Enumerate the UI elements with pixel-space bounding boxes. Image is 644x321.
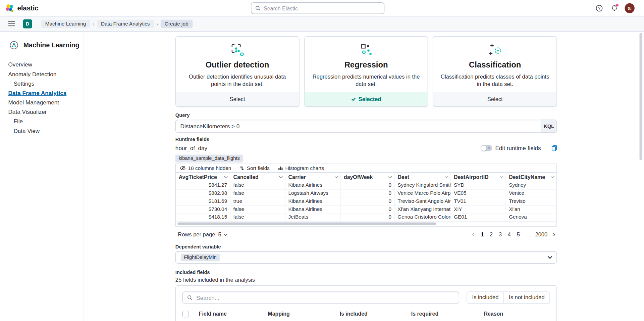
edit-runtime-fields-toggle[interactable]: ✕ [480,145,492,151]
rows-per-page-label: Rows per page: 5 [178,231,221,237]
switch-off-icon: ✕ [487,145,490,151]
previous-page-icon[interactable]: ‹ [471,231,476,237]
fields-search-input[interactable] [196,294,455,301]
breadcrumb-machine-learning[interactable]: Machine Learning [41,20,90,28]
table-row[interactable]: $841.27 false Kibana Airlines 0 Sydney K… [176,181,556,189]
regression-selected-button[interactable]: Selected [305,92,428,106]
table-row[interactable]: $882.98 false Logstash Airways 0 Venice … [176,189,556,197]
elastic-logo[interactable]: elastic [5,3,39,12]
grid-toolbar: 18 columns hidden Sort fields [176,164,556,173]
table-cell: Sydney Kingsford Smith I... [395,181,451,189]
column-header-avgticketprice[interactable]: AvgTicketPrice [176,173,230,181]
histogram-icon [278,166,283,171]
help-icon[interactable]: ? [594,3,604,13]
sort-chevron-icon [551,175,554,178]
sidebar-item-file[interactable]: File [0,119,83,125]
notification-dot [616,4,619,7]
notifications-bell-icon[interactable] [609,3,619,13]
navigation-bar: D Machine Learning › Data Frame Analytic… [0,16,644,32]
query-input[interactable] [175,120,541,133]
column-header-carrier[interactable]: Carrier [285,173,341,181]
vertical-scrollbar-thumb[interactable] [640,33,643,160]
sidebar-item-data-frame-analytics[interactable]: Data Frame Analytics [0,90,83,96]
copy-icon[interactable] [552,145,557,151]
menu-icon[interactable] [7,19,16,29]
job-type-card-classification[interactable]: Classification Classification predicts c… [433,36,557,106]
table-row[interactable]: $418.15 false JetBeats 0 Genoa Cristofor… [176,214,556,222]
column-header-cancelled[interactable]: Cancelled [230,173,285,181]
job-type-card-regression[interactable]: Regression Regression predicts numerical… [304,36,428,106]
sidebar-item-anomaly-detection[interactable]: Anomaly Detection [0,71,83,77]
dependent-variable-select[interactable]: FlightDelayMin [175,251,557,264]
table-cell: JetBeats [285,214,341,221]
table-row[interactable]: $181.69 true Kibana Airlines 0 Treviso-S… [176,197,556,205]
next-page-icon[interactable]: › [551,231,557,237]
column-header-destcityname[interactable]: DestCityName [506,173,557,181]
table-cell: XIY [451,205,506,213]
table-cell: 0 [341,197,394,205]
breadcrumb: Machine Learning › Data Frame Analytics … [41,20,192,28]
card-action-label: Select [487,96,503,102]
column-header-dayofweek[interactable]: dayOfWeek [341,173,394,181]
select-classification-button[interactable]: Select [433,92,556,106]
grid-footer: Rows per page: 5 ‹ 1 2 3 4 5 … 2000 › [175,231,557,237]
card-title: Outlier detection [206,60,269,70]
page-button-last[interactable]: 2000 [534,231,548,237]
space-badge[interactable]: D [23,19,32,29]
table-cell: 0 [341,181,394,189]
column-header-dest[interactable]: Dest [395,173,451,181]
table-cell: Sydney [506,181,557,189]
search-icon [187,294,193,300]
page-button-1[interactable]: 1 [479,231,485,237]
table-cell: Venice [506,189,557,197]
sidebar-item-settings[interactable]: Settings [0,81,83,87]
fields-column-is-required: Is required [411,311,484,317]
fields-header-row: Field name Mapping Is included Is requir… [182,311,550,317]
switch-thumb [481,145,486,151]
global-search-input[interactable] [264,5,380,11]
table-cell: true [230,197,285,205]
columns-hidden-button[interactable]: 18 columns hidden [180,165,231,171]
sort-fields-button[interactable]: Sort fields [239,165,270,171]
histogram-charts-button[interactable]: Histogram charts [278,165,324,171]
job-type-card-outlier-detection[interactable]: Outlier detection Outlier detection iden… [175,36,299,106]
horizontal-scrollbar-track [176,221,556,226]
search-icon [255,5,261,11]
check-icon [351,97,356,102]
sidebar-item-overview[interactable]: Overview [0,62,83,68]
header-actions: ? tu [594,0,635,16]
sidebar-item-model-management[interactable]: Model Management [0,99,83,105]
sidebar-item-data-view[interactable]: Data View [0,128,83,134]
page-button-2[interactable]: 2 [488,231,494,237]
page-button-4[interactable]: 4 [506,231,512,237]
select-outlier-detection-button[interactable]: Select [176,92,299,106]
horizontal-scrollbar-thumb[interactable] [177,222,436,225]
is-included-filter-button[interactable]: Is included [467,292,503,303]
card-action-label: Selected [359,96,381,102]
included-fields-summary: 25 fields included in the analysis [175,276,557,283]
table-cell: 0 [341,214,394,221]
classification-icon [488,42,502,57]
pagination-ellipsis: … [524,231,531,237]
column-header-destairportid[interactable]: DestAirportID [451,173,506,181]
table-cell: VE05 [451,189,506,197]
runtime-fields-label: Runtime fields [175,137,557,143]
fields-column-is-included: Is included [340,311,411,317]
fields-search[interactable] [182,291,460,304]
page-button-3[interactable]: 3 [497,231,503,237]
page-button-5[interactable]: 5 [515,231,521,237]
source-index-badge: kibana_sample_data_flights [175,154,243,162]
sort-chevron-icon [445,175,448,178]
select-all-checkbox[interactable] [182,311,189,317]
user-avatar[interactable]: tu [625,3,634,13]
kql-language-button[interactable]: KQL [541,120,557,133]
fields-column-mapping: Mapping [268,311,339,317]
table-row[interactable]: $730.04 false Kibana Airlines 0 Xi'an Xi… [176,205,556,214]
breadcrumb-data-frame-analytics[interactable]: Data Frame Analytics [97,20,154,28]
rows-per-page-button[interactable]: Rows per page: 5 [178,231,226,237]
global-search[interactable] [251,2,384,14]
is-not-included-filter-button[interactable]: Is not included [503,292,549,303]
chevron-down-icon [548,254,552,259]
included-fields-label: Included fields [175,269,557,275]
sidebar-item-data-visualizer[interactable]: Data Visualizer [0,109,83,115]
